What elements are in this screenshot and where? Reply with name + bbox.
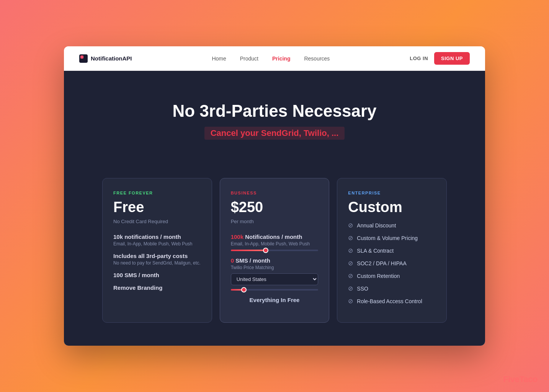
enterprise-plan-badge: ENTERPRISE: [348, 191, 436, 195]
nav-link-pricing[interactable]: Pricing: [272, 56, 290, 62]
free-3rdparty-sub: No need to pay for SendGrid, Mailgun, et…: [113, 260, 201, 266]
hero-section: No 3rd-Parties Necessary Cancel your Sen…: [64, 71, 485, 178]
nav-actions: LOG IN SIGN UP: [410, 52, 470, 65]
check-custom-pricing: ⊘ Custom & Volume Pricing: [348, 234, 436, 242]
check-soc2: ⊘ SOC2 / DPA / HIPAA: [348, 260, 436, 267]
check-label-retention: Custom Retention: [357, 273, 400, 279]
check-retention: ⊘ Custom Retention: [348, 272, 436, 279]
business-sms: 0 SMS / month Twilio Price Matching Unit…: [231, 257, 319, 291]
business-notifications-sub: Email, In-App, Mobile Push, Web Push: [231, 241, 319, 247]
business-sms-sub: Twilio Price Matching: [231, 265, 319, 270]
notifications-slider-thumb[interactable]: [263, 248, 268, 253]
nav-item-home[interactable]: Home: [212, 55, 226, 62]
check-label-rbac: Role-Based Access Control: [357, 298, 422, 304]
check-icon-rbac: ⊘: [348, 297, 353, 305]
free-branding-label: Remove Branding: [113, 284, 201, 291]
watermark-part2: Taco: [519, 374, 538, 384]
check-label-sso: SSO: [357, 286, 368, 292]
business-plan-badge: BUSINESS: [231, 191, 319, 195]
hero-subtitle: Cancel your SendGrid, Twilio, ...: [204, 127, 345, 140]
pricing-section: FREE FOREVER Free No Credit Card Require…: [64, 178, 485, 346]
nav-link-product[interactable]: Product: [240, 56, 258, 62]
nav-item-pricing[interactable]: Pricing: [272, 55, 290, 62]
logo-icon: [79, 54, 88, 63]
signup-button[interactable]: SIGN UP: [434, 52, 470, 65]
free-feature-branding: Remove Branding: [113, 284, 201, 291]
nav-link-home[interactable]: Home: [212, 56, 226, 62]
sms-slider-track: [231, 289, 319, 291]
free-notifications-sub: Email, In-App, Mobile Push, Web Push: [113, 241, 201, 247]
check-label-sla: SLA & Contract: [357, 248, 394, 254]
nav-item-resources[interactable]: Resources: [304, 55, 330, 62]
free-plan-desc: No Credit Card Required: [113, 219, 201, 224]
nav-links: Home Product Pricing Resources: [212, 55, 330, 62]
browser-window: NotificationAPI Home Product Pricing Res…: [64, 46, 485, 346]
check-label-soc2: SOC2 / DPA / HIPAA: [357, 260, 406, 266]
check-icon-annual: ⊘: [348, 222, 353, 229]
fivetaco-watermark: FiveTaco: [503, 374, 538, 384]
free-plan-card: FREE FOREVER Free No Credit Card Require…: [102, 178, 212, 323]
notifications-slider-track: [231, 250, 319, 251]
check-icon-sso: ⊘: [348, 285, 353, 292]
check-icon-sla: ⊘: [348, 247, 353, 254]
check-sso: ⊘ SSO: [348, 285, 436, 292]
check-icon-pricing: ⊘: [348, 234, 353, 242]
business-plan-desc: Per month: [231, 219, 319, 224]
check-rbac: ⊘ Role-Based Access Control: [348, 297, 436, 305]
business-notifications-label: 100k Notifications / month: [231, 234, 319, 240]
check-label-pricing: Custom & Volume Pricing: [357, 235, 418, 241]
free-feature-3rdparty: Includes all 3rd-party costs No need to …: [113, 253, 201, 266]
hero-title: No 3rd-Parties Necessary: [79, 101, 470, 121]
navbar: NotificationAPI Home Product Pricing Res…: [64, 46, 485, 71]
free-feature-notifications: 10k notifications / month Email, In-App,…: [113, 234, 201, 247]
free-plan-badge: FREE FOREVER: [113, 191, 201, 195]
check-annual-discount: ⊘ Annual Discount: [348, 222, 436, 229]
nav-link-resources[interactable]: Resources: [304, 56, 330, 62]
nav-item-product[interactable]: Product: [240, 55, 258, 62]
free-plan-name: Free: [113, 199, 201, 216]
business-sms-label: 0 SMS / month: [231, 257, 319, 264]
business-notif-text: Notifications / month: [245, 234, 302, 240]
check-icon-soc2: ⊘: [348, 260, 353, 267]
watermark-part1: Five: [503, 374, 519, 384]
free-sms-label: 100 SMS / month: [113, 272, 201, 278]
free-3rdparty-label: Includes all 3rd-party costs: [113, 253, 201, 259]
notifications-slider-fill: [231, 250, 266, 251]
sms-slider-fill: [231, 289, 244, 291]
enterprise-plan-name: Custom: [348, 199, 436, 216]
free-feature-sms: 100 SMS / month: [113, 272, 201, 278]
check-icon-retention: ⊘: [348, 272, 353, 279]
everything-in-free: Everything In Free: [231, 297, 319, 303]
pricing-cards: FREE FOREVER Free No Credit Card Require…: [102, 178, 447, 323]
brand-logo[interactable]: NotificationAPI: [79, 54, 132, 63]
free-notifications-label: 10k notifications / month: [113, 234, 201, 240]
check-label-annual: Annual Discount: [357, 222, 396, 229]
business-plan-name: $250: [231, 199, 319, 216]
country-select[interactable]: United States: [231, 273, 319, 285]
enterprise-plan-card: ENTERPRISE Custom ⊘ Annual Discount ⊘ Cu…: [337, 178, 447, 323]
brand-name: NotificationAPI: [91, 55, 132, 62]
login-button[interactable]: LOG IN: [410, 56, 428, 61]
business-notifications: 100k Notifications / month Email, In-App…: [231, 234, 319, 251]
sms-slider-thumb[interactable]: [241, 287, 247, 292]
business-plan-card: BUSINESS $250 Per month 100k Notificatio…: [220, 178, 330, 323]
check-sla: ⊘ SLA & Contract: [348, 247, 436, 254]
